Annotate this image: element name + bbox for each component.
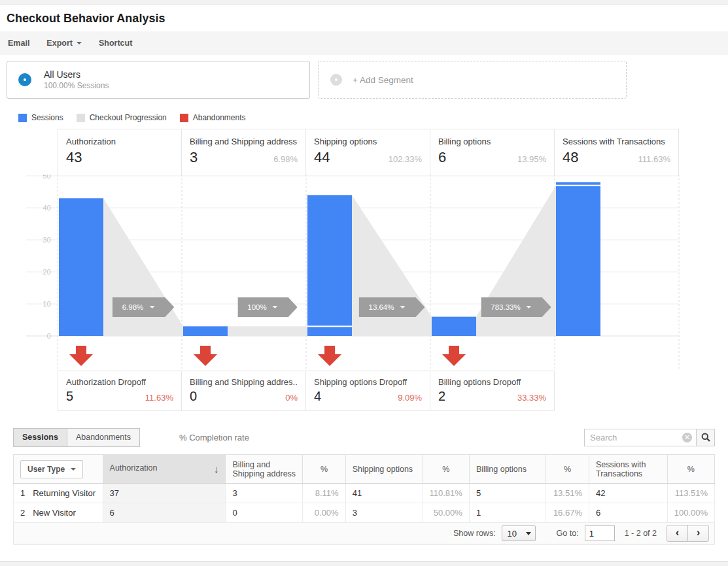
legend-swatch-progression (77, 114, 85, 122)
y-axis-label: 20 (43, 268, 51, 276)
previous-page-button[interactable]: ‹ (667, 525, 688, 542)
funnel-plot: 01020304050 (0, 175, 680, 371)
segment-donut-icon (18, 73, 31, 86)
add-segment-button[interactable]: + Add Segment (318, 61, 627, 99)
chart-legend: Sessions Checkout Progression Abandonmen… (0, 107, 728, 127)
step-sessions-value: 6 (438, 149, 446, 166)
clear-search-icon[interactable]: ✕ (682, 433, 692, 442)
column-header-billing-options[interactable]: Billing options (469, 455, 546, 484)
dropoff-arrow-icon (442, 346, 466, 366)
goto-label: Go to: (557, 529, 579, 538)
step-header: Authorization43 (58, 129, 182, 175)
user-type-table: User Type Authorization ↓ Billing and Sh… (13, 454, 715, 523)
dropoff-pct: 11.63% (145, 393, 173, 403)
data-table-section: Sessions Abandonments % Completion rate … (0, 427, 728, 544)
column-header-pct-4[interactable]: % (667, 455, 714, 484)
segment-all-users[interactable]: All Users 100.00% Sessions (7, 61, 310, 99)
sessions-bar (556, 182, 600, 336)
export-button[interactable]: Export (46, 39, 82, 48)
dropoff-pct: 9.09% (398, 393, 422, 403)
completion-rate-toggle[interactable]: % Completion rate (179, 433, 249, 442)
cell-pct: 8.11% (303, 484, 345, 503)
step-title: Sessions with Transactions (563, 137, 670, 146)
progression-pct-label: 13.64% (368, 303, 394, 311)
dropoff-pct: 0% (285, 393, 298, 403)
sort-descending-icon: ↓ (214, 463, 219, 474)
step-pct: 13.95% (517, 154, 546, 164)
step-sessions-value: 48 (563, 149, 578, 166)
funnel-step-headers: Authorization43Billing and Shipping addr… (58, 129, 679, 175)
progression-pct-label: 783.33% (491, 303, 520, 311)
sessions-bar (307, 195, 352, 336)
step-title: Billing and Shipping address (190, 137, 298, 146)
segment-sessions: 100.00% Sessions (44, 81, 109, 90)
show-rows-select[interactable]: 10 (502, 525, 536, 541)
cell-pct: 100.00% (667, 503, 714, 523)
chevron-down-icon (77, 42, 82, 44)
dropoff-card: Shipping options Dropoff49.09% (306, 371, 430, 410)
sessions-bar (59, 198, 103, 336)
shortcut-button[interactable]: Shortcut (99, 39, 132, 48)
goto-page-input[interactable] (585, 525, 615, 541)
funnel-chart: Authorization43Billing and Shipping addr… (0, 129, 728, 411)
progression-pct-badge[interactable]: 6.98% (113, 297, 175, 317)
chevron-down-icon (527, 306, 532, 308)
cell-shipping-options: 41 (345, 484, 423, 503)
tab-sessions[interactable]: Sessions (13, 428, 67, 447)
progression-pct-label: 6.98% (122, 303, 144, 311)
legend-item-sessions: Sessions (18, 113, 63, 122)
chevron-down-icon (71, 468, 76, 471)
legend-item-checkout-progression: Checkout Progression (77, 113, 167, 122)
dropoff-value: 0 (190, 389, 197, 404)
legend-swatch-sessions (18, 114, 27, 122)
step-title: Shipping options (314, 137, 422, 146)
step-sessions-value: 44 (314, 149, 330, 166)
column-header-authorization[interactable]: Authorization ↓ (103, 455, 226, 484)
dropoff-title: Shipping options Dropoff (314, 377, 422, 387)
column-header-sessions-transactions[interactable]: Sessions with Transactions (589, 455, 667, 484)
cell-billing-options: 5 (469, 484, 546, 503)
dropoff-card: Billing options Dropoff233.33% (430, 371, 555, 410)
dropoff-value: 2 (438, 389, 445, 404)
row-range-text: 1 - 2 of 2 (625, 529, 657, 538)
y-axis-label: 0 (47, 332, 51, 340)
y-axis-label: 50 (43, 175, 51, 180)
progression-pct-badge[interactable]: 13.64% (358, 297, 425, 317)
column-header-pct-1[interactable]: % (303, 455, 345, 484)
dropoff-card: Authorization Dropoff511.63% (58, 371, 182, 410)
step-header: Sessions with Transactions48111.63% (555, 129, 679, 175)
tab-abandonments[interactable]: Abandonments (67, 428, 140, 447)
cell-pct: 0.00% (303, 503, 345, 523)
step-pct: 111.63% (638, 154, 670, 164)
email-button[interactable]: Email (8, 39, 29, 48)
column-header-billing-shipping-address[interactable]: Billing and Shipping address (226, 455, 303, 484)
search-input[interactable] (584, 429, 697, 446)
cell-pct: 113.51% (667, 484, 714, 503)
report-toolbar: Email Export Shortcut (0, 31, 728, 55)
row-user-type: New Visitor (33, 508, 76, 518)
dropoff-arrow-icon (194, 346, 217, 366)
column-header-pct-2[interactable]: % (423, 455, 469, 484)
cell-sessions-transactions: 42 (589, 484, 667, 503)
column-header-pct-3[interactable]: % (546, 455, 589, 484)
legend-swatch-abandonments (180, 114, 188, 122)
legend-item-abandonments: Abandonments (180, 113, 246, 122)
step-header: Shipping options44102.33% (306, 129, 430, 175)
funnel-dropoff-row: Authorization Dropoff511.63%Billing and … (58, 371, 555, 411)
step-sessions-value: 43 (66, 149, 82, 166)
column-header-shipping-options[interactable]: Shipping options (345, 455, 423, 484)
user-type-dropdown[interactable]: User Type (20, 460, 83, 478)
progression-pct-badge[interactable]: 783.33% (481, 297, 551, 317)
next-page-button[interactable]: › (687, 525, 709, 542)
sessions-bar (432, 317, 476, 336)
dropoff-arrow-icon (69, 346, 93, 366)
cell-pct: 16.67% (546, 503, 589, 523)
progression-pct-badge[interactable]: 100% (237, 297, 297, 317)
progression-band (228, 326, 307, 336)
search-button[interactable] (697, 429, 715, 446)
page-title: Checkout Behavior Analysis (7, 12, 165, 25)
cell-pct: 110.81% (423, 484, 469, 503)
show-rows-label: Show rows: (453, 529, 496, 538)
continuation-divider (556, 185, 600, 186)
dropoff-arrow-icon (318, 346, 341, 366)
